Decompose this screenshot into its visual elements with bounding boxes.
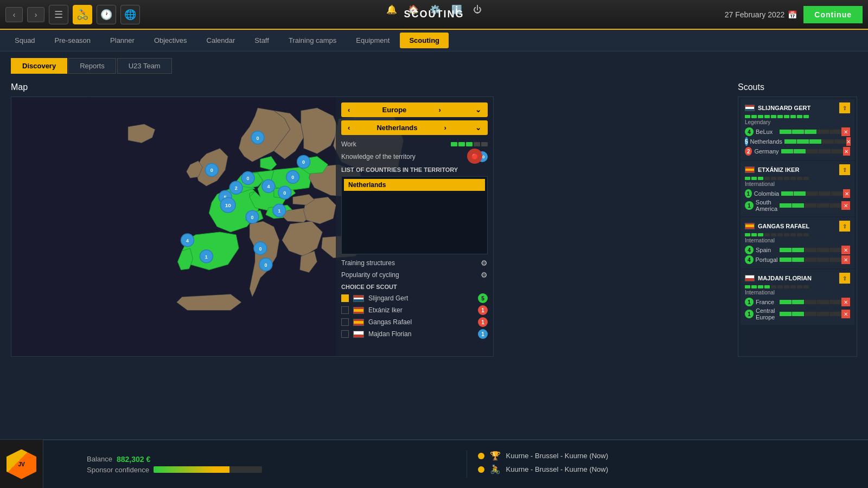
tab-preseason[interactable]: Pre-season xyxy=(46,33,100,48)
sponsor-bar-container: Sponsor confidence xyxy=(87,466,467,474)
map-container: 0 2 5 4 xyxy=(11,97,494,357)
scout-assignment-portugal: 4 Portugal ✕ xyxy=(745,255,850,264)
tab-squad[interactable]: Squad xyxy=(5,33,44,48)
assignment-bar-portugal xyxy=(780,258,841,262)
trophy-icon: 🏆 xyxy=(490,451,501,461)
assignment-num-southamerica: 1 xyxy=(745,201,754,210)
country-item-empty-1 xyxy=(344,192,485,203)
forward-button[interactable]: › xyxy=(27,7,44,22)
remove-netherlands-button[interactable]: ✕ xyxy=(846,137,851,146)
scout-expand-gert[interactable]: ⇧ xyxy=(839,102,850,113)
remove-southamerica-button[interactable]: ✕ xyxy=(841,201,850,210)
scout-level-rafael: International xyxy=(745,237,850,243)
territory-label: Netherlands xyxy=(376,124,417,132)
scout-checkbox-gert[interactable] xyxy=(341,294,349,302)
subtab-reports[interactable]: Reports xyxy=(68,58,116,74)
remove-centraleurope-button[interactable]: ✕ xyxy=(841,310,850,318)
team-logo-hex: JV xyxy=(7,450,36,479)
main-content: Map xyxy=(0,78,868,357)
map-title: Map xyxy=(11,78,716,92)
tab-objectives[interactable]: Objectives xyxy=(145,33,196,48)
svg-text:1: 1 xyxy=(205,254,208,260)
stat-dot-4 xyxy=(474,142,480,146)
scout-choice-rafael: Gangas Rafael 1 xyxy=(341,317,488,327)
country-item-netherlands[interactable]: Netherlands xyxy=(344,179,485,191)
power-icon[interactable]: ⏻ xyxy=(473,5,482,15)
page-title: SCOUTING xyxy=(404,9,464,20)
countries-list: Netherlands xyxy=(341,176,488,254)
continue-button[interactable]: Continue xyxy=(803,6,863,23)
tab-calendar[interactable]: Calendar xyxy=(197,33,245,48)
tab-staff[interactable]: Staff xyxy=(245,33,278,48)
remove-germany-button[interactable]: ✕ xyxy=(843,147,850,156)
scout-checkbox-florian[interactable] xyxy=(341,330,349,338)
svg-text:2: 2 xyxy=(235,185,238,191)
remove-colombia-button[interactable]: ✕ xyxy=(843,189,850,198)
region-selector[interactable]: ‹ Europe › ⌄ xyxy=(341,102,488,117)
globe-icon[interactable]: 🌐 xyxy=(120,5,140,24)
remove-portugal-button[interactable]: ✕ xyxy=(841,255,850,264)
assignment-label-portugal: Portugal xyxy=(756,256,778,263)
flag-pl-florian-panel xyxy=(745,275,755,281)
training-structures-row: Training structures ⚙ xyxy=(341,259,488,267)
scouts-title: Scouts xyxy=(738,78,857,92)
scout-checkbox-rafael[interactable] xyxy=(341,318,349,326)
scout-header-gert: SLIJNGARD GERT ⇧ xyxy=(745,102,850,113)
assignment-label-centraleurope: Central Europe xyxy=(756,307,777,320)
svg-text:1: 1 xyxy=(278,208,280,214)
country-item-empty-2 xyxy=(344,204,485,215)
clock-icon[interactable]: 🕐 xyxy=(97,5,116,24)
bottom-bar: JV Balance 882,302 € Sponsor confidence … xyxy=(0,439,868,488)
tab-planner[interactable]: Planner xyxy=(101,33,144,48)
training-structures-label: Training structures xyxy=(341,259,395,267)
scout-card-iker: ETXÁNIZ IKER ⇧ International xyxy=(741,161,854,216)
assignment-label-belux: BeLux xyxy=(756,129,777,135)
top-bar-left: ‹ › ☰ 🚴 🕐 🌐 xyxy=(5,5,140,24)
remove-france-button[interactable]: ✕ xyxy=(841,298,850,306)
assignment-num-belux: 4 xyxy=(745,127,754,136)
scout-assignment-spain: 4 Spain ✕ xyxy=(745,246,850,254)
back-button[interactable]: ‹ xyxy=(5,7,23,22)
bell-icon[interactable]: 🔔 xyxy=(386,4,397,15)
assignment-bar-france xyxy=(780,300,841,304)
svg-text:4: 4 xyxy=(186,238,189,243)
balance-label: Balance xyxy=(87,455,112,463)
scout-checkbox-iker[interactable] xyxy=(341,306,349,314)
scout-choice-iker: Etxániz Iker 1 xyxy=(341,305,488,315)
svg-text:0: 0 xyxy=(259,246,261,252)
calendar-icon[interactable]: 📅 xyxy=(788,10,797,19)
cyclist-icon[interactable]: 🚴 xyxy=(73,5,92,24)
tab-equipment[interactable]: Equipment xyxy=(347,33,399,48)
assignment-label-spain: Spain xyxy=(756,247,777,253)
remove-belux-button[interactable]: ✕ xyxy=(841,127,850,136)
top-bar: 🔔 🏠 ⚙️ ℹ️ ⏻ ‹ › ☰ 🚴 🕐 🌐 SCOUTING 27 Febr… xyxy=(0,0,868,30)
scout-choice-florian: Majdan Florian 1 xyxy=(341,329,488,339)
scout-expand-rafael[interactable]: ⇧ xyxy=(839,221,850,232)
scout-name-iker: Etxániz Iker xyxy=(368,306,403,314)
scout-level-gert: Legendary xyxy=(745,119,850,125)
assignment-num-colombia: 1 xyxy=(745,189,752,198)
tab-training-camps[interactable]: Training camps xyxy=(279,33,346,48)
assignment-bar-netherlands xyxy=(784,139,846,144)
subtab-u23team[interactable]: U23 Team xyxy=(117,58,172,74)
flag-es-iker xyxy=(353,307,364,314)
scout-assignment-centraleurope: 1 Central Europe ✕ xyxy=(745,307,850,320)
scout-header-iker: ETXÁNIZ IKER ⇧ xyxy=(745,164,850,175)
scout-header-rafael: GANGAS RAFAEL ⇧ xyxy=(745,221,850,232)
event-row-1: 🏆 Kuurne - Brussel - Kuurne (Now) xyxy=(478,451,858,461)
menu-icon[interactable]: ☰ xyxy=(49,5,68,24)
tab-scouting[interactable]: Scouting xyxy=(400,33,449,48)
scout-name-iker-panel: ETXÁNIZ IKER xyxy=(758,166,836,173)
event-row-2: 🚴 Kuurne - Brussel - Kuurne (Now) xyxy=(478,464,858,474)
svg-text:10: 10 xyxy=(225,202,232,208)
subtab-discovery[interactable]: Discovery xyxy=(11,58,67,74)
sponsor-fill xyxy=(154,466,229,473)
event-badge-2 xyxy=(478,466,484,473)
territory-selector[interactable]: ‹ Netherlands › ⌄ xyxy=(341,120,488,135)
assignment-label-netherlands: Netherlands xyxy=(750,138,782,145)
remove-spain-button[interactable]: ✕ xyxy=(841,246,850,254)
assignment-num-portugal: 4 xyxy=(745,255,754,264)
scout-expand-florian[interactable]: ⇧ xyxy=(839,273,850,284)
flag-nl-gert xyxy=(353,295,364,302)
scout-expand-iker[interactable]: ⇧ xyxy=(839,164,850,175)
